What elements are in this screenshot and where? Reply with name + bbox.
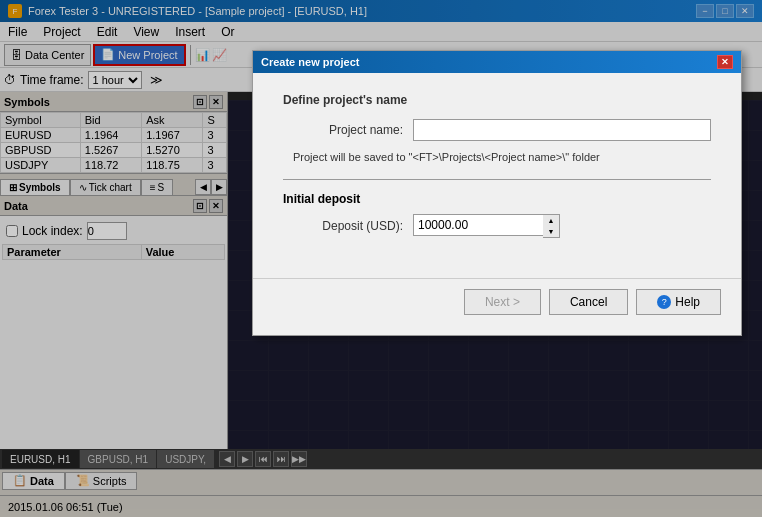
deposit-label: Deposit (USD):: [283, 219, 403, 233]
dialog-title: Create new project: [261, 56, 359, 68]
deposit-decrement-button[interactable]: ▼: [543, 226, 559, 237]
dialog-footer: Next > Cancel ? Help: [253, 278, 741, 335]
project-name-row: Project name:: [283, 119, 711, 141]
project-name-input[interactable]: [413, 119, 711, 141]
help-icon: ?: [657, 295, 671, 309]
section-define-title: Define project's name: [283, 93, 711, 107]
deposit-row: Deposit (USD): ▲ ▼: [283, 214, 711, 238]
deposit-spin-wrapper: ▲ ▼: [413, 214, 560, 238]
section-divider: [283, 179, 711, 180]
dialog-close-button[interactable]: ✕: [717, 55, 733, 69]
next-button[interactable]: Next >: [464, 289, 541, 315]
help-label: Help: [675, 295, 700, 309]
modal-overlay: Create new project ✕ Define project's na…: [0, 0, 762, 517]
save-path-text: Project will be saved to "<FT>\Projects\…: [283, 151, 711, 163]
help-button[interactable]: ? Help: [636, 289, 721, 315]
cancel-button[interactable]: Cancel: [549, 289, 628, 315]
project-name-label: Project name:: [283, 123, 403, 137]
deposit-input[interactable]: [413, 214, 543, 236]
dialog-title-bar: Create new project ✕: [253, 51, 741, 73]
deposit-increment-button[interactable]: ▲: [543, 215, 559, 226]
deposit-section-title: Initial deposit: [283, 192, 711, 206]
dialog-create-project: Create new project ✕ Define project's na…: [252, 50, 742, 336]
deposit-spin-buttons: ▲ ▼: [543, 214, 560, 238]
dialog-content: Define project's name Project name: Proj…: [253, 73, 741, 258]
